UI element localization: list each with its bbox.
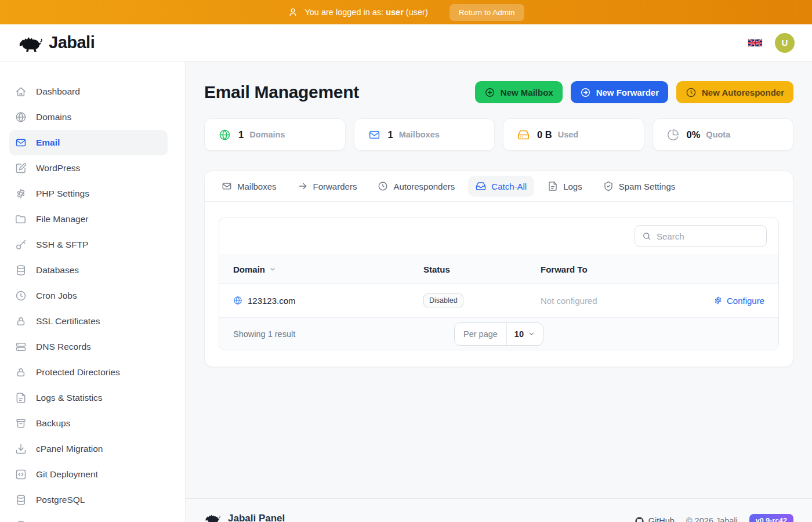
stat-card-mailboxes: 1 Mailboxes [354, 118, 495, 151]
tab-catch-all[interactable]: Catch-All [468, 176, 534, 197]
impersonation-username: user [386, 8, 404, 17]
tab-mailboxes[interactable]: Mailboxes [214, 176, 284, 197]
database-icon [15, 264, 27, 276]
per-page-select[interactable]: Per page 10 [454, 322, 543, 346]
column-header-domain[interactable]: Domain [233, 264, 423, 274]
code-icon [15, 469, 27, 480]
stat-label: Mailboxes [399, 130, 440, 139]
forward-to-value: Not configured [541, 296, 713, 306]
new-forwarder-button[interactable]: New Forwarder [571, 81, 668, 103]
sidebar-item-file-manager[interactable]: File Manager [9, 206, 168, 232]
clock-icon [686, 87, 697, 98]
column-header-forward-to: Forward To [541, 264, 764, 274]
chevron-down-icon [528, 330, 535, 338]
catch-all-table-card: Domain Status Forward To 123123.com [219, 217, 779, 350]
sidebar-item-dashboard[interactable]: Dashboard [9, 79, 168, 104]
github-icon [635, 516, 644, 522]
sidebar-nav: Dashboard Domains Email WordPress PHP Se… [0, 61, 186, 522]
arrow-right-circle-icon [580, 87, 591, 98]
brand-title: Jabali [49, 33, 95, 52]
sidebar-item-ssh-sftp[interactable]: SSH & SFTP [9, 232, 168, 258]
sidebar-item-domains[interactable]: Domains [9, 104, 168, 130]
tab-autoresponders[interactable]: Autoresponders [370, 176, 462, 197]
stat-card-quota: 0% Quota [652, 118, 794, 151]
globe-icon [219, 129, 231, 141]
email-tabs: Mailboxes Forwarders Autoresponders Catc… [205, 171, 793, 202]
sidebar-item-cron-jobs[interactable]: Cron Jobs [9, 283, 168, 309]
domain-name: 123123.com [248, 296, 296, 306]
email-panel: Mailboxes Forwarders Autoresponders Catc… [204, 171, 793, 367]
sidebar-item-logs-statistics[interactable]: Logs & Statistics [9, 385, 168, 411]
user-icon [288, 7, 298, 17]
clock-icon [15, 290, 27, 302]
archive-icon [15, 418, 27, 429]
stat-card-domains: 1 Domains [204, 118, 346, 151]
pie-chart-icon [667, 129, 679, 141]
file-text-icon [15, 392, 27, 404]
per-page-label: Per page [455, 323, 507, 345]
mail-icon [15, 137, 27, 148]
inbox-icon [476, 181, 486, 191]
hard-drive-icon [517, 129, 530, 141]
sidebar-item-backups[interactable]: Backups [9, 411, 168, 436]
key-icon [15, 239, 27, 251]
app-header: Jabali U [0, 24, 812, 61]
gear-icon [15, 188, 27, 200]
copyright-text: © 2026 Jabali [686, 516, 738, 522]
lock-icon [15, 367, 27, 378]
impersonation-bar: You are logged in as: user (user) Return… [0, 0, 812, 24]
sidebar-item-databases[interactable]: Databases [9, 258, 168, 283]
stat-value: 1 [388, 129, 393, 140]
clock-icon [378, 181, 388, 191]
status-badge: Disabled [423, 293, 463, 307]
search-icon [642, 231, 651, 241]
return-to-admin-button[interactable]: Return to Admin [449, 4, 524, 21]
sidebar-item-postgresql[interactable]: PostgreSQL [9, 487, 168, 513]
main-content: Email Management New Mailbox New Forward… [186, 61, 812, 498]
tab-logs[interactable]: Logs [540, 176, 590, 197]
per-page-value: 10 [514, 329, 524, 339]
mail-icon [368, 129, 380, 141]
table-footer: Showing 1 result Per page 10 [219, 317, 778, 350]
arrow-right-icon [298, 181, 308, 191]
stat-label: Domains [249, 130, 285, 139]
tab-forwarders[interactable]: Forwarders [290, 176, 365, 197]
sidebar-item-partial[interactable] [9, 513, 168, 522]
pen-icon [15, 162, 27, 174]
search-input[interactable] [657, 231, 759, 241]
sidebar-item-protected-directories[interactable]: Protected Directories [9, 360, 168, 385]
new-autoresponder-button[interactable]: New Autoresponder [676, 81, 793, 103]
globe-icon [15, 111, 27, 123]
tab-spam-settings[interactable]: Spam Settings [596, 176, 683, 197]
new-mailbox-button[interactable]: New Mailbox [475, 81, 563, 103]
sidebar-item-git-deployment[interactable]: Git Deployment [9, 462, 168, 487]
download-icon [15, 443, 27, 455]
user-avatar[interactable]: U [775, 33, 795, 53]
home-icon [15, 86, 27, 97]
database-icon [15, 494, 27, 506]
boar-logo-icon [17, 33, 44, 53]
gear-icon [713, 296, 723, 305]
page-footer: Jabali Panel GitHub © 2026 Jabali v0.9-r… [186, 498, 812, 522]
search-box [635, 225, 767, 247]
circle-icon [15, 520, 27, 522]
sidebar-item-email[interactable]: Email [9, 130, 168, 155]
file-text-icon [548, 181, 558, 191]
sidebar-item-wordpress[interactable]: WordPress [9, 155, 168, 181]
server-icon [15, 341, 27, 353]
github-link[interactable]: GitHub [635, 516, 675, 522]
stat-card-used: 0 B Used [503, 118, 644, 151]
plus-circle-icon [484, 87, 495, 98]
sidebar-item-ssl-certificates[interactable]: SSL Certificates [9, 309, 168, 334]
column-header-status: Status [423, 264, 541, 274]
table-header: Domain Status Forward To [219, 255, 778, 284]
stat-label: Used [558, 130, 578, 139]
version-badge: v0.9-rc42 [749, 514, 793, 522]
configure-link[interactable]: Configure [713, 296, 764, 306]
language-flag-icon[interactable] [748, 38, 762, 48]
sidebar-item-php-settings[interactable]: PHP Settings [9, 181, 168, 206]
sidebar-item-cpanel-migration[interactable]: cPanel Migration [9, 436, 168, 462]
chevron-down-icon [269, 265, 277, 273]
footer-brand: Jabali Panel [204, 509, 285, 522]
sidebar-item-dns-records[interactable]: DNS Records [9, 334, 168, 360]
